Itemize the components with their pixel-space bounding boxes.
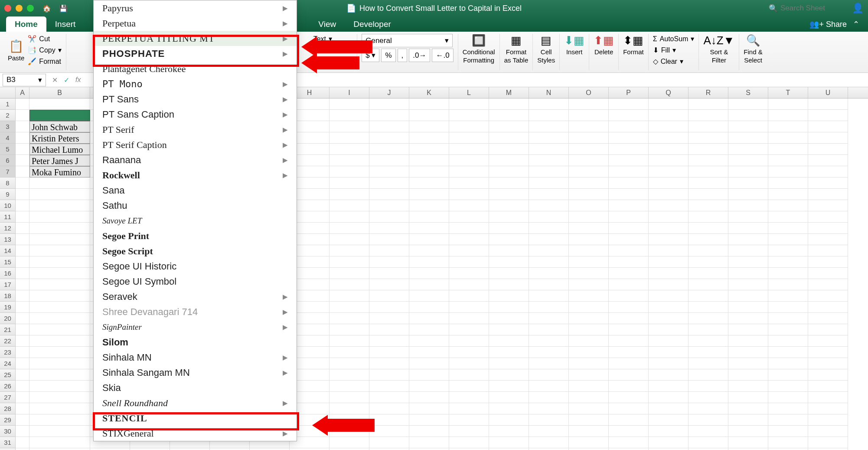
cell[interactable] <box>569 358 609 369</box>
number-format-dropdown[interactable]: General▾ <box>362 34 453 47</box>
cell[interactable] <box>609 155 649 166</box>
cell[interactable] <box>529 110 569 121</box>
cell[interactable] <box>609 211 649 223</box>
cell[interactable] <box>649 347 689 358</box>
cell[interactable] <box>728 302 768 313</box>
cell[interactable] <box>649 302 689 313</box>
cell[interactable] <box>728 144 768 155</box>
cell[interactable] <box>330 245 369 256</box>
cell[interactable] <box>489 426 529 437</box>
cell[interactable] <box>330 279 369 290</box>
percent-button[interactable]: % <box>381 49 395 62</box>
cell[interactable] <box>768 381 808 392</box>
cell[interactable] <box>689 155 728 166</box>
cell[interactable] <box>728 211 768 223</box>
cell[interactable] <box>29 302 90 313</box>
cell[interactable] <box>409 234 449 245</box>
cell[interactable] <box>29 110 90 121</box>
cell[interactable] <box>529 414 569 426</box>
cell[interactable] <box>29 313 90 324</box>
cell[interactable] <box>609 177 649 189</box>
cell[interactable] <box>330 324 369 335</box>
cell[interactable] <box>330 144 369 155</box>
cell[interactable] <box>330 166 369 177</box>
cell[interactable] <box>649 290 689 302</box>
cell[interactable] <box>449 302 489 313</box>
cell[interactable] <box>689 256 728 268</box>
cell[interactable] <box>489 155 529 166</box>
cell[interactable] <box>689 313 728 324</box>
cell[interactable] <box>409 155 449 166</box>
cell[interactable] <box>728 189 768 200</box>
row-header[interactable]: 20 <box>0 313 16 324</box>
cell[interactable] <box>330 335 369 347</box>
row-header[interactable]: 7 <box>0 166 16 177</box>
row-header[interactable]: 10 <box>0 200 16 211</box>
cell[interactable] <box>16 324 29 335</box>
cell[interactable] <box>689 121 728 132</box>
sort-filter-button[interactable]: A↓Z▼Sort &Filter <box>703 34 734 64</box>
cell[interactable] <box>29 290 90 302</box>
cell[interactable] <box>609 256 649 268</box>
cell[interactable] <box>649 211 689 223</box>
cell[interactable] <box>409 313 449 324</box>
cell[interactable] <box>489 211 529 223</box>
cell[interactable] <box>768 234 808 245</box>
cell[interactable] <box>489 110 529 121</box>
cell[interactable] <box>609 166 649 177</box>
cell[interactable] <box>449 335 489 347</box>
cell[interactable] <box>529 347 569 358</box>
cell[interactable] <box>808 177 848 189</box>
cell[interactable] <box>489 381 529 392</box>
cell[interactable] <box>569 448 609 450</box>
cell[interactable] <box>808 290 848 302</box>
cell[interactable] <box>808 324 848 335</box>
cell[interactable] <box>808 381 848 392</box>
cell[interactable] <box>689 166 728 177</box>
font-menu-item[interactable]: Perpetua▶ <box>94 16 297 31</box>
cell[interactable] <box>330 132 369 144</box>
cell[interactable] <box>768 414 808 426</box>
fill-button[interactable]: ⬇ Fill ▾ <box>653 45 676 55</box>
cell[interactable] <box>768 335 808 347</box>
cell[interactable] <box>529 358 569 369</box>
cell[interactable] <box>409 166 449 177</box>
cell[interactable] <box>29 392 90 403</box>
cell[interactable] <box>728 426 768 437</box>
cell[interactable] <box>449 189 489 200</box>
cell[interactable] <box>489 166 529 177</box>
cell[interactable] <box>529 369 569 381</box>
cell[interactable] <box>330 347 369 358</box>
cell[interactable] <box>649 414 689 426</box>
font-menu-item[interactable]: PHOSPHATE▶ <box>94 46 297 61</box>
cell[interactable] <box>728 448 768 450</box>
cell[interactable] <box>768 347 808 358</box>
cell[interactable] <box>689 110 728 121</box>
cell[interactable] <box>569 279 609 290</box>
tab-home[interactable]: Home <box>6 16 46 32</box>
cell[interactable] <box>489 256 529 268</box>
cell[interactable] <box>569 290 609 302</box>
cell[interactable] <box>330 381 369 392</box>
cell[interactable] <box>808 155 848 166</box>
cell[interactable] <box>409 256 449 268</box>
font-menu-item[interactable]: PT Mono▶ <box>94 76 297 92</box>
cell[interactable] <box>16 290 29 302</box>
paste-button[interactable]: 📋 Paste <box>8 39 24 62</box>
row-header[interactable]: 19 <box>0 302 16 313</box>
cell[interactable]: Moka Fumino <box>29 166 90 177</box>
cell[interactable] <box>728 290 768 302</box>
cell[interactable] <box>649 155 689 166</box>
cell[interactable] <box>728 121 768 132</box>
font-menu-item[interactable]: Silom <box>94 335 297 350</box>
font-menu-item[interactable]: Snell Roundhand▶ <box>94 395 297 411</box>
cell[interactable] <box>409 121 449 132</box>
cell[interactable] <box>369 155 409 166</box>
cell[interactable] <box>489 223 529 234</box>
cell[interactable] <box>409 426 449 437</box>
cell[interactable] <box>768 99 808 110</box>
cell[interactable] <box>409 268 449 279</box>
row-header[interactable]: 6 <box>0 155 16 166</box>
cell[interactable] <box>808 347 848 358</box>
cell[interactable] <box>569 414 609 426</box>
